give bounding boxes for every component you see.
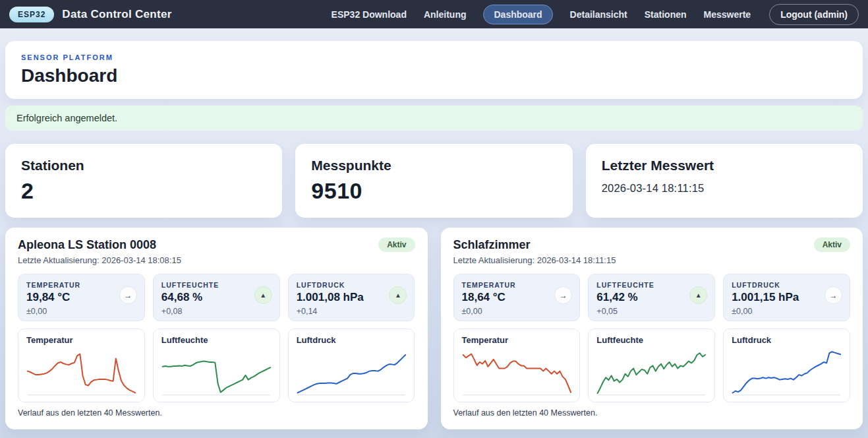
chart-title: Luftfeuchte (596, 335, 707, 345)
station-name: Apleona LS Station 0008 (18, 238, 156, 252)
chart-card-luftdruck: Luftdruck (288, 328, 415, 402)
pressure-sparkline-chart (297, 347, 407, 397)
station-footer: Verlauf aus den letzten 40 Messwerten. (453, 408, 851, 418)
metric-tile-luftfeuchte: LUFTFEUCHTE 61,42 % +0,05 ▲ (588, 274, 715, 321)
status-badge: Aktiv (378, 237, 415, 252)
metric-label: TEMPERATUR (26, 281, 136, 289)
metric-label: TEMPERATUR (462, 281, 572, 289)
stat-label: Messpunkte (311, 158, 556, 173)
logout-button[interactable]: Logout (admin) (769, 4, 859, 25)
station-last-update: Letzte Aktualisierung: 2026-03-14 18:11:… (453, 255, 851, 265)
trend-flat-icon: → (119, 286, 137, 304)
chart-title: Luftdruck (297, 335, 407, 345)
metric-tile-luftfeuchte: LUFTFEUCHTE 64,68 % +0,08 ▲ (153, 274, 280, 321)
station-last-update: Letzte Aktualisierung: 2026-03-14 18:08:… (18, 255, 415, 265)
success-alert: Erfolgreich angemeldet. (5, 106, 863, 131)
metric-label: LUFTFEUCHTE (596, 281, 707, 289)
page-title: Dashboard (21, 65, 847, 86)
station-card-apleona: Apleona LS Station 0008 Aktiv Letzte Akt… (5, 228, 428, 429)
metric-label: LUFTDRUCK (732, 281, 842, 289)
stat-value-timestamp: 2026-03-14 18:11:15 (602, 182, 847, 195)
chart-card-temperatur: Temperatur (18, 328, 145, 402)
trend-flat-icon: → (825, 286, 842, 304)
humidity-sparkline-chart (161, 347, 272, 397)
station-card-schlafzimmer: Schlafzimmer Aktiv Letzte Aktualisierung… (441, 228, 863, 429)
nav-item-dashboard[interactable]: Dashboard (483, 5, 552, 24)
chart-title: Luftdruck (732, 335, 842, 345)
stat-value: 9510 (311, 178, 556, 204)
metric-row: TEMPERATUR 18,64 °C ±0,00 → LUFTFEUCHTE … (453, 274, 851, 321)
trend-up-icon: ▲ (689, 286, 707, 304)
chart-title: Luftfeuchte (161, 335, 272, 345)
nav-item-detailansicht[interactable]: Detailansicht (570, 9, 627, 20)
humidity-sparkline-chart (596, 347, 707, 397)
pressure-sparkline-chart (732, 347, 842, 397)
metric-label: LUFTDRUCK (297, 281, 407, 289)
temperature-sparkline-chart (26, 347, 136, 397)
temperature-sparkline-chart (462, 347, 572, 397)
chart-card-temperatur: Temperatur (453, 328, 581, 402)
platform-eyebrow: SENSOR PLATFORM (21, 53, 847, 61)
metric-delta: ±0,00 (462, 307, 572, 316)
station-header: Apleona LS Station 0008 Aktiv (18, 237, 415, 252)
stat-label: Stationen (21, 158, 266, 173)
stat-card-messpunkte: Messpunkte 9510 (295, 144, 572, 218)
metric-tile-temperatur: TEMPERATUR 18,64 °C ±0,00 → (453, 274, 581, 321)
stat-value: 2 (21, 178, 266, 204)
metric-label: LUFTFEUCHTE (161, 281, 272, 289)
stat-label: Letzter Messwert (602, 158, 847, 173)
stat-card-letzter-messwert: Letzter Messwert 2026-03-14 18:11:15 (586, 144, 863, 218)
esp32-brand-badge: ESP32 (9, 7, 54, 22)
chart-title: Temperatur (462, 335, 572, 345)
nav-item-stationen[interactable]: Stationen (645, 9, 687, 20)
trend-up-icon: ▲ (254, 286, 272, 304)
metric-delta: ±0,00 (26, 307, 136, 316)
chart-title: Temperatur (26, 335, 136, 345)
station-header: Schlafzimmer Aktiv (453, 237, 851, 252)
status-badge: Aktiv (814, 237, 850, 252)
app-title: Data Control Center (62, 8, 171, 21)
metric-tile-temperatur: TEMPERATUR 19,84 °C ±0,00 → (18, 274, 145, 321)
stations-row: Apleona LS Station 0008 Aktiv Letzte Akt… (5, 228, 863, 429)
chart-row: Temperatur Luftfeuchte Luftdruck (18, 328, 415, 402)
nav-item-messwerte[interactable]: Messwerte (704, 9, 751, 20)
station-footer: Verlauf aus den letzten 40 Messwerten. (18, 408, 415, 418)
metric-delta: +0,14 (297, 307, 407, 316)
chart-row: Temperatur Luftfeuchte Luftdruck (453, 328, 851, 402)
metric-row: TEMPERATUR 19,84 °C ±0,00 → LUFTFEUCHTE … (18, 274, 415, 321)
nav-item-anleitung[interactable]: Anleitung (424, 9, 467, 20)
top-navbar: ESP32 Data Control Center ESP32 Download… (0, 0, 868, 28)
station-name: Schlafzimmer (453, 238, 531, 252)
main-content: SENSOR PLATFORM Dashboard Erfolgreich an… (0, 28, 868, 438)
metric-delta: ±0,00 (732, 307, 842, 316)
stat-card-stationen: Stationen 2 (5, 144, 282, 218)
metric-tile-luftdruck: LUFTDRUCK 1.001,15 hPa ±0,00 → (723, 274, 850, 321)
chart-card-luftfeuchte: Luftfeuchte (588, 328, 715, 402)
page-header-card: SENSOR PLATFORM Dashboard (5, 41, 863, 99)
stats-row: Stationen 2 Messpunkte 9510 Letzter Mess… (5, 144, 863, 218)
metric-delta: +0,08 (161, 307, 272, 316)
nav-item-esp32-download[interactable]: ESP32 Download (332, 9, 407, 20)
metric-delta: +0,05 (596, 307, 707, 316)
metric-tile-luftdruck: LUFTDRUCK 1.001,08 hPa +0,14 ▲ (288, 274, 415, 321)
chart-card-luftdruck: Luftdruck (723, 328, 850, 402)
nav-links: ESP32 Download Anleitung Dashboard Detai… (332, 4, 859, 25)
chart-card-luftfeuchte: Luftfeuchte (153, 328, 280, 402)
